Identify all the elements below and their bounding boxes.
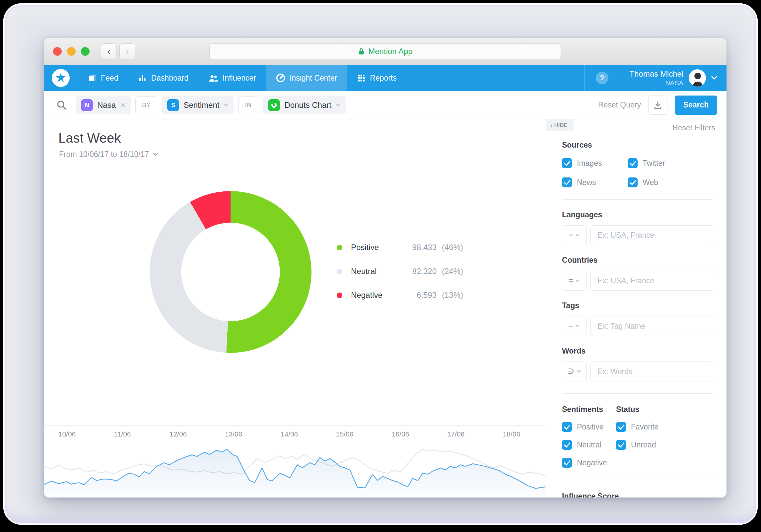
- chevron-down-icon: [577, 370, 581, 373]
- tags-input[interactable]: [590, 316, 713, 336]
- search-icon: [56, 100, 67, 110]
- checkbox-web[interactable]: Web: [628, 177, 713, 187]
- panel-title: Last Week: [58, 131, 121, 146]
- remove-chip-icon[interactable]: ×: [121, 100, 125, 110]
- query-chip-alert[interactable]: N Nasa ×: [76, 96, 131, 114]
- user-org: NASA: [629, 79, 683, 87]
- status-title: Status: [616, 405, 713, 414]
- checkbox-favorite[interactable]: Favorite: [616, 422, 713, 432]
- languages-operator-select[interactable]: =: [562, 225, 587, 245]
- sidebar-divider: [562, 480, 713, 480]
- nav-item-insight-center[interactable]: Insight Center: [266, 65, 347, 91]
- insight-panel: Last Week From 10/06/17 to 18/10/17 Posi…: [44, 119, 546, 498]
- reset-query-link[interactable]: Reset Query: [598, 100, 641, 109]
- help-button[interactable]: ?: [596, 72, 608, 84]
- sidebar-divider: [562, 393, 713, 394]
- address-bar[interactable]: Mention App: [209, 43, 561, 59]
- sources-title: Sources: [562, 141, 713, 150]
- checkbox-icon: [562, 440, 572, 450]
- zoom-window-button[interactable]: [81, 47, 90, 56]
- feed-icon: [88, 74, 97, 82]
- lock-icon: [358, 47, 365, 56]
- query-chip-dimension[interactable]: S Sentiment: [162, 96, 234, 114]
- checkbox-icon: [562, 458, 572, 468]
- checkbox-neutral[interactable]: Neutral: [562, 440, 616, 450]
- date-range-selector[interactable]: From 10/06/17 to 18/10/17: [59, 150, 158, 159]
- tags-title: Tags: [562, 301, 713, 310]
- legend-row-positive[interactable]: Positive 98.433 (46%): [337, 243, 463, 252]
- avatar: [689, 69, 706, 87]
- chevron-down-icon: [576, 325, 580, 328]
- checkbox-images[interactable]: Images: [562, 158, 628, 168]
- nav-item-reports[interactable]: Reports: [347, 65, 407, 91]
- reset-filters-link[interactable]: Reset Filters: [672, 123, 715, 132]
- timeline-section: 10/06 11/06 12/06 13/06 14/06 15/06 16/0…: [44, 425, 546, 498]
- nav-item-feed[interactable]: Feed: [78, 65, 128, 91]
- checkbox-icon: [562, 177, 572, 187]
- chevron-down-icon: [576, 279, 580, 282]
- checkbox-icon: [616, 440, 626, 450]
- sentiment-donut-chart: [150, 191, 311, 353]
- download-icon: [653, 100, 662, 110]
- mentions-line-chart: [44, 439, 546, 498]
- words-operator-select[interactable]: ∋: [562, 362, 587, 381]
- checkbox-twitter[interactable]: Twitter: [628, 158, 713, 168]
- star-icon: ★: [55, 71, 66, 84]
- grid-icon: [357, 74, 366, 82]
- positive-dot-icon: [337, 245, 342, 250]
- query-chip-chart-type[interactable]: Donuts Chart: [263, 96, 345, 114]
- chevron-down-icon[interactable]: [224, 103, 228, 107]
- countries-operator-select[interactable]: =: [562, 271, 587, 291]
- chevron-down-icon: [153, 153, 158, 156]
- minimize-window-button[interactable]: [67, 47, 76, 56]
- checkbox-positive[interactable]: Positive: [562, 422, 616, 432]
- alert-badge: N: [81, 99, 93, 111]
- legend-row-neutral[interactable]: Neutral 82.320 (24%): [337, 267, 463, 276]
- person-silhouette-icon: [689, 69, 706, 87]
- countries-title: Countries: [562, 256, 713, 265]
- countries-input[interactable]: [590, 271, 713, 291]
- legend-row-negative[interactable]: Negative 6.593 (13%): [337, 291, 463, 300]
- languages-input[interactable]: [590, 225, 713, 245]
- checkbox-icon: [616, 422, 626, 432]
- screenshot-stage: ‹ › Mention App ★: [0, 0, 761, 532]
- query-operator-in: IN: [238, 96, 258, 114]
- chevron-down-icon: [576, 234, 580, 237]
- nav-item-influencer[interactable]: Influencer: [198, 65, 266, 91]
- desktop-frame: ‹ › Mention App ★: [3, 3, 758, 525]
- user-menu[interactable]: Thomas Michel NASA: [620, 65, 726, 91]
- browser-forward-button[interactable]: ›: [119, 43, 135, 59]
- words-input[interactable]: [590, 362, 713, 381]
- hide-filters-button[interactable]: › HIDE: [546, 119, 574, 131]
- donut-icon: [270, 101, 278, 109]
- neutral-dot-icon: [337, 269, 342, 274]
- tags-operator-select[interactable]: =: [562, 316, 587, 336]
- sentiments-title: Sentiments: [562, 405, 616, 414]
- checkbox-icon: [562, 422, 572, 432]
- bar-chart-icon: [138, 74, 147, 82]
- close-window-button[interactable]: [53, 47, 62, 56]
- user-name: Thomas Michel: [629, 69, 683, 79]
- donut-chart-badge: [268, 99, 280, 111]
- checkbox-negative[interactable]: Negative: [562, 458, 616, 468]
- checkbox-unread[interactable]: Unread: [616, 440, 713, 450]
- search-button[interactable]: Search: [675, 96, 717, 115]
- words-title: Words: [562, 347, 713, 356]
- browser-window: ‹ › Mention App ★: [44, 38, 726, 498]
- languages-title: Languages: [562, 210, 713, 219]
- checkbox-icon: [628, 177, 638, 187]
- dimension-badge: S: [167, 99, 179, 111]
- download-button[interactable]: [648, 96, 667, 115]
- nav-item-dashboard[interactable]: Dashboard: [128, 65, 198, 91]
- chevron-down-icon[interactable]: [336, 103, 340, 107]
- app-navbar: ★ Feed Dashboard: [44, 65, 726, 91]
- mention-logo[interactable]: ★: [52, 69, 70, 87]
- query-bar: N Nasa × BY S Sentiment IN: [44, 91, 726, 119]
- browser-back-button[interactable]: ‹: [101, 43, 117, 59]
- timeline-axis: 10/06 11/06 12/06 13/06 14/06 15/06 16/0…: [44, 426, 546, 440]
- page-title: Mention App: [368, 47, 412, 56]
- traffic-lights: [53, 47, 90, 56]
- negative-dot-icon: [337, 293, 342, 298]
- checkbox-icon: [562, 158, 572, 168]
- checkbox-news[interactable]: News: [562, 177, 628, 187]
